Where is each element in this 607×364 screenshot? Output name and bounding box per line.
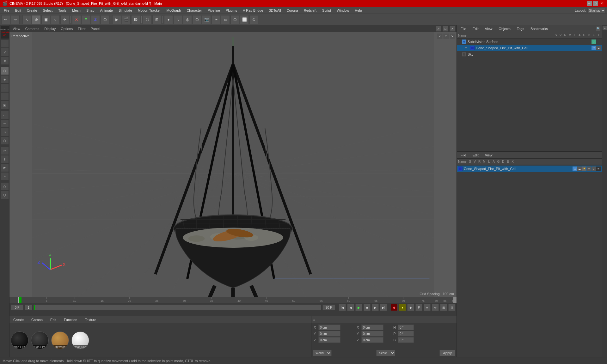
viewport-ctrl-2[interactable]: □ [443,33,449,39]
mat-function-menu[interactable]: Function [61,317,80,322]
object-axis[interactable]: ⬡ [101,15,109,24]
deformer[interactable]: ⬡ [193,15,201,24]
rect-select[interactable]: ▣ [41,15,50,24]
material-bonfire-2[interactable]: Bon-Fire [31,331,49,349]
axis-y[interactable]: Y [82,15,90,24]
env-tool[interactable]: ⊙ [249,15,258,24]
curve-btn[interactable]: ∿ [432,304,439,311]
attr-file-menu[interactable]: File [458,153,469,158]
attr-tag1[interactable]: ⬡ [573,167,577,171]
menu-simulate[interactable]: Simulate [116,8,135,13]
attr-tag4[interactable]: ⊛ [587,167,591,171]
bridge-tool[interactable]: ⤷ [1,172,9,180]
layout-dropdown[interactable]: Startup [587,8,606,13]
menu-snap[interactable]: Snap [84,8,97,13]
menu-edit[interactable]: Edit [13,8,24,13]
undo-button[interactable]: ↩ [1,15,10,24]
ring-select[interactable]: ○ [51,15,60,24]
axis-z[interactable]: Z [91,15,100,24]
coord-h-input[interactable] [398,325,414,330]
next-frame-btn[interactable]: ▶ [372,304,379,311]
mat-create-menu[interactable]: Create [11,317,26,322]
menu-create[interactable]: Create [24,8,40,13]
firepitgrill-expand-icon[interactable] [464,46,469,50]
texture-mode[interactable]: ◈ [1,75,9,83]
menu-character[interactable]: Character [184,8,204,13]
obj-view-menu[interactable]: View [482,26,495,31]
menu-plugins[interactable]: Plugins [223,8,240,13]
timeline-ruler[interactable]: 0 5 10 15 20 25 30 35 40 45 50 55 60 65 [9,297,457,303]
paint-tool[interactable]: ⬡ [1,191,9,199]
vp-filter-menu[interactable]: Filter [76,27,87,31]
scale-dropdown[interactable]: Scale [376,350,395,356]
sculpt-tool[interactable]: ⬡ [1,136,9,145]
vp-maximize-btn[interactable]: □ [443,26,448,32]
motion-clip-btn[interactable]: P [415,304,422,311]
menu-tools[interactable]: Tools [56,8,69,13]
motion-system-btn[interactable]: ⚙ [448,304,455,311]
vp-panel-menu[interactable]: Panel [89,27,101,31]
vp-display-menu[interactable]: Display [42,27,58,31]
close-button[interactable]: ✕ [599,1,604,6]
free-select[interactable]: ✛ [60,15,69,24]
obj-file-menu[interactable]: File [458,26,469,31]
viewport-ctrl-1[interactable]: ⤢ [437,33,443,39]
mat-texture-menu[interactable]: Texture [82,317,99,322]
attr-view-menu[interactable]: View [482,153,495,158]
menu-redshift[interactable]: Redshift [301,8,319,13]
coord-z-input[interactable] [318,337,340,343]
obj-edit-menu[interactable]: Edit [470,26,481,31]
coord-z-right-input[interactable] [361,337,383,343]
point-mode[interactable]: · [1,84,9,92]
floor-obj[interactable]: ▭ [1,111,9,119]
redo-button[interactable]: ↪ [11,15,20,24]
extrude-tool[interactable]: ⬆ [1,155,9,163]
prev-frame-btn[interactable]: ◀ [347,304,354,311]
material-bonfire-1[interactable]: Bon-Fire [11,331,28,349]
stop-btn[interactable]: ■ [364,304,371,311]
brush-tool[interactable]: ⬡ [1,182,9,191]
obj-row-sky[interactable]: Sky [457,51,602,58]
key-btn[interactable]: ● [399,304,406,311]
firepitgrill-tag1[interactable]: ⬡ [592,46,596,50]
menu-corona[interactable]: Corona [284,8,301,13]
vp-close-btn[interactable]: ✕ [450,26,455,32]
attr-selected-obj-row[interactable]: Cone_Shaped_Fire_Pit_with_Grill ⬡ ☁ ⚡ ⊛ … [457,166,602,172]
light-tool[interactable]: ☀ [212,15,220,24]
dope-sheet-btn[interactable]: ⊞ [440,304,447,311]
coord-y-input[interactable] [318,331,340,337]
maximize-button[interactable]: □ [593,1,598,6]
render-settings[interactable]: 🎬 [122,15,131,24]
bg-tool[interactable]: ⬜ [240,15,249,24]
render-view[interactable]: ▶ [112,15,121,24]
coord-x-input[interactable] [318,325,340,330]
material-firewood[interactable]: firewood [51,331,69,349]
draw-tool[interactable]: ✏ [1,119,9,128]
render-active[interactable]: 🖼 [131,15,140,24]
coord-x-right-input[interactable] [361,325,383,330]
create-obj[interactable]: ● [164,15,173,24]
vp-expand-btn[interactable]: ⤢ [436,26,441,32]
shape-tool[interactable]: S [1,128,9,136]
play-btn[interactable]: ▶ [355,304,362,311]
current-frame-input[interactable] [11,305,23,310]
timeline-toggle-btn[interactable]: ≡ [424,304,431,311]
rotate-tool[interactable]: ↻ [1,57,9,65]
obj-tags-menu[interactable]: Tags [514,26,527,31]
four-view[interactable]: ⊞ [152,15,161,24]
spline-tool[interactable]: ∿ [174,15,182,24]
menu-window[interactable]: Window [334,8,352,13]
sky-tool[interactable]: ⬡ [230,15,239,24]
menu-mograph[interactable]: MoGraph [164,8,184,13]
menu-vray[interactable]: V-Ray Bridge [240,8,266,13]
viewport-ctrl-3[interactable]: ✕ [450,33,455,39]
coord-b-input[interactable] [398,337,414,343]
apply-button[interactable]: Apply [439,350,455,356]
coord-y-right-input[interactable] [361,331,383,337]
goto-end-btn[interactable]: ▶| [380,304,387,311]
attr-tag2[interactable]: ☁ [577,167,582,171]
obj-search-icon[interactable]: 🔍 [596,26,601,31]
menu-select[interactable]: Select [40,8,55,13]
menu-script[interactable]: Script [320,8,334,13]
knife-tool[interactable]: ✂ [1,147,9,155]
